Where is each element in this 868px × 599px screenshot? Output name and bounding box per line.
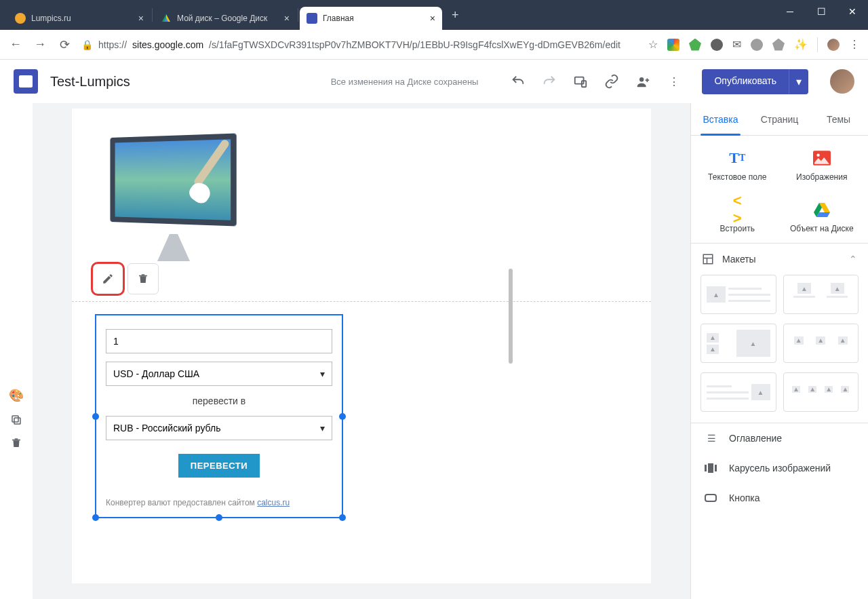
redo-button[interactable] [542, 74, 557, 89]
tab-insert[interactable]: Вставка [691, 103, 750, 135]
publish-dropdown[interactable]: ▾ [789, 69, 808, 94]
layout-option[interactable]: ▲ [701, 275, 776, 314]
element-toolbar [92, 263, 651, 294]
insert-drive[interactable]: Объект на Диске [783, 201, 862, 233]
layout-option[interactable]: ▲ ▲ [783, 275, 859, 314]
back-button[interactable]: ← [8, 37, 23, 52]
resize-handle[interactable] [92, 413, 99, 420]
layout-option[interactable]: ▲▲ ▲ [701, 324, 776, 363]
layout-option[interactable]: ▲ ▲ ▲ [783, 324, 859, 363]
from-currency-select[interactable]: USD - Доллар США [106, 362, 332, 386]
insert-grid: TT Текстовое поле Изображения < > Встрои… [691, 136, 868, 244]
sites-logo-icon[interactable] [14, 69, 38, 94]
resize-handle[interactable] [216, 514, 222, 521]
svg-rect-6 [14, 418, 20, 424]
layouts-grid: ▲ ▲ ▲ ▲▲ ▲ ▲ ▲ ▲ ▲ ▲ ▲ ▲ [691, 275, 868, 423]
address-row: ← → ⟳ 🔒 https://sites.google.com/s/1faFg… [0, 30, 868, 60]
delete-icon[interactable] [10, 437, 22, 449]
layout-option[interactable]: ▲ [701, 372, 776, 412]
forward-button[interactable]: → [33, 37, 47, 52]
layouts-header: Макеты ⌃ [691, 244, 868, 275]
insert-embed[interactable]: < > Встроить [698, 201, 777, 233]
palette-icon[interactable]: 🎨 [9, 388, 24, 403]
tab-favicon [161, 13, 172, 24]
insert-images[interactable]: Изображения [783, 149, 862, 182]
lock-icon: 🔒 [81, 39, 93, 50]
publish-button[interactable]: Опубликовать [702, 69, 789, 94]
user-avatar[interactable] [830, 69, 854, 94]
tab-themes[interactable]: Темы [809, 103, 868, 135]
close-icon[interactable]: × [284, 13, 290, 24]
preview-button[interactable] [573, 74, 588, 89]
edit-button[interactable] [92, 263, 123, 294]
svg-rect-16 [705, 465, 707, 471]
new-tab-button[interactable]: + [442, 8, 469, 22]
tab-pages[interactable]: Страниц [750, 103, 809, 135]
more-button[interactable]: ⋮ [667, 74, 682, 89]
svg-rect-13 [703, 254, 713, 264]
list-item-carousel[interactable]: Карусель изображений [691, 453, 868, 483]
extension-icon[interactable] [751, 39, 763, 51]
tab-title: Мой диск – Google Диск [177, 14, 267, 23]
tab-favicon [15, 13, 26, 24]
convert-to-label: перевести в [106, 395, 332, 406]
resize-handle[interactable] [339, 514, 346, 521]
convert-button[interactable]: ПЕРЕВЕСТИ [178, 454, 260, 478]
drive-icon [812, 201, 832, 218]
embed-frame-selected[interactable]: USD - Доллар США перевести в RUB - Росси… [95, 314, 343, 518]
close-icon[interactable]: × [138, 13, 144, 24]
extension-icon[interactable]: ✨ [794, 38, 808, 51]
insert-textbox[interactable]: TT Текстовое поле [698, 149, 777, 182]
header-actions: ⋮ [511, 74, 682, 89]
list-item-toc[interactable]: ☰ Оглавление [691, 423, 868, 453]
canvas[interactable]: USD - Доллар США перевести в RUB - Росси… [72, 109, 651, 583]
sites-header: Test-Lumpics Все изменения на Диске сохр… [0, 60, 868, 103]
layout-option[interactable]: ▲ ▲ ▲ ▲ [783, 372, 859, 412]
minimize-button[interactable]: ─ [774, 0, 806, 23]
copy-icon[interactable] [10, 414, 22, 426]
address-bar[interactable]: 🔒 https://sites.google.com/s/1faFgTWSXDC… [81, 39, 639, 50]
amount-input[interactable] [106, 329, 332, 353]
link-button[interactable] [604, 74, 619, 89]
converter-credit: Конвертер валют предоставлен сайтом calc… [106, 498, 332, 507]
extension-icon[interactable] [689, 39, 701, 51]
main-area: 🎨 USD - Доллар США [0, 103, 868, 599]
menu-icon[interactable]: ⋮ [849, 38, 860, 51]
resize-handle[interactable] [92, 514, 99, 521]
profile-avatar-icon[interactable] [827, 39, 840, 51]
delete-element-button[interactable] [127, 263, 159, 294]
monitor-illustration [92, 122, 248, 271]
tab-title: Главная [323, 14, 354, 23]
insert-list: ☰ Оглавление Карусель изображений Кнопка [691, 423, 868, 513]
tab-favicon [307, 13, 317, 24]
share-button[interactable] [635, 74, 650, 89]
tab-title: Lumpics.ru [31, 14, 71, 23]
save-status: Все изменения на Диске сохранены [331, 77, 479, 87]
credit-link[interactable]: calcus.ru [257, 498, 290, 507]
browser-tab[interactable]: Мой диск – Google Диск × [154, 7, 296, 30]
reload-button[interactable]: ⟳ [57, 37, 72, 52]
extension-icon[interactable] [667, 39, 679, 51]
undo-button[interactable] [511, 74, 526, 89]
maximize-button[interactable]: ☐ [806, 0, 837, 23]
window-controls: ─ ☐ ✕ [774, 0, 868, 23]
star-icon[interactable]: ☆ [648, 38, 658, 51]
browser-tab[interactable]: Lumpics.ru × [8, 7, 151, 30]
site-title[interactable]: Test-Lumpics [50, 74, 130, 90]
resize-handle[interactable] [339, 413, 346, 420]
browser-tab-active[interactable]: Главная × [300, 7, 442, 30]
text-icon: TT [727, 149, 747, 167]
mail-icon[interactable]: ✉ [732, 38, 741, 51]
carousel-icon [705, 463, 718, 473]
publish-button-group: Опубликовать ▾ [702, 69, 808, 94]
to-currency-select[interactable]: RUB - Российский рубль [106, 416, 332, 440]
toc-icon: ☰ [705, 433, 718, 444]
svg-rect-18 [715, 465, 717, 471]
close-icon[interactable]: × [430, 13, 435, 24]
extension-icon[interactable] [772, 39, 785, 51]
extension-icon[interactable] [711, 39, 723, 51]
collapse-icon[interactable]: ⌃ [849, 254, 857, 265]
list-item-button[interactable]: Кнопка [691, 483, 868, 513]
close-window-button[interactable]: ✕ [837, 0, 868, 23]
canvas-area: USD - Доллар США перевести в RUB - Росси… [33, 103, 690, 599]
